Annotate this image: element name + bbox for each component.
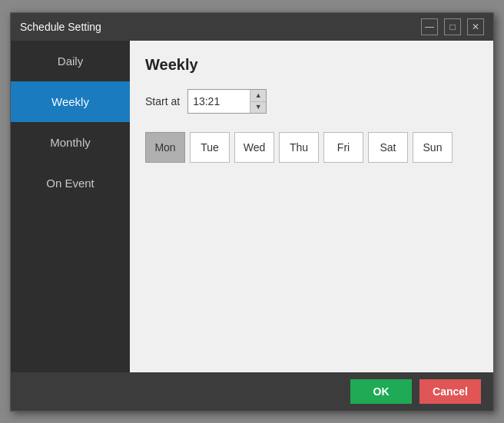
day-button-thu[interactable]: Thu bbox=[279, 132, 319, 163]
schedule-setting-window: Schedule Setting — □ ✕ Daily Weekly Mont… bbox=[10, 12, 494, 411]
day-button-mon[interactable]: Mon bbox=[145, 132, 185, 163]
day-button-tue[interactable]: Tue bbox=[190, 132, 230, 163]
cancel-button[interactable]: Cancel bbox=[419, 379, 481, 404]
start-at-row: Start at ▲ ▼ bbox=[145, 89, 478, 114]
time-input-wrapper: ▲ ▼ bbox=[187, 89, 267, 114]
ok-button[interactable]: OK bbox=[350, 379, 412, 404]
sidebar: Daily Weekly Monthly On Event bbox=[11, 41, 130, 372]
window-title: Schedule Setting bbox=[20, 21, 421, 33]
sidebar-item-weekly[interactable]: Weekly bbox=[11, 81, 130, 122]
footer: OK Cancel bbox=[11, 372, 493, 411]
sidebar-item-monthly[interactable]: Monthly bbox=[11, 122, 130, 163]
close-button[interactable]: ✕ bbox=[467, 18, 484, 35]
days-row: MonTueWedThuFriSatSun bbox=[145, 132, 478, 163]
sidebar-item-on-event[interactable]: On Event bbox=[11, 163, 130, 203]
sidebar-item-daily[interactable]: Daily bbox=[11, 41, 130, 81]
day-button-sat[interactable]: Sat bbox=[368, 132, 408, 163]
time-decrement-button[interactable]: ▼ bbox=[250, 101, 266, 113]
maximize-button[interactable]: □ bbox=[444, 18, 461, 35]
day-button-fri[interactable]: Fri bbox=[323, 132, 363, 163]
time-spinner: ▲ ▼ bbox=[250, 90, 266, 113]
title-bar: Schedule Setting — □ ✕ bbox=[11, 13, 493, 41]
day-button-sun[interactable]: Sun bbox=[413, 132, 453, 163]
minimize-button[interactable]: — bbox=[421, 18, 438, 35]
section-title: Weekly bbox=[145, 56, 478, 74]
time-input[interactable] bbox=[188, 90, 250, 113]
main-content: Weekly Start at ▲ ▼ MonTueWedThuFriSatSu… bbox=[130, 41, 493, 372]
time-increment-button[interactable]: ▲ bbox=[250, 90, 266, 101]
window-body: Daily Weekly Monthly On Event Weekly Sta… bbox=[11, 41, 493, 372]
title-bar-controls: — □ ✕ bbox=[421, 18, 484, 35]
day-button-wed[interactable]: Wed bbox=[234, 132, 274, 163]
start-at-label: Start at bbox=[145, 95, 180, 107]
